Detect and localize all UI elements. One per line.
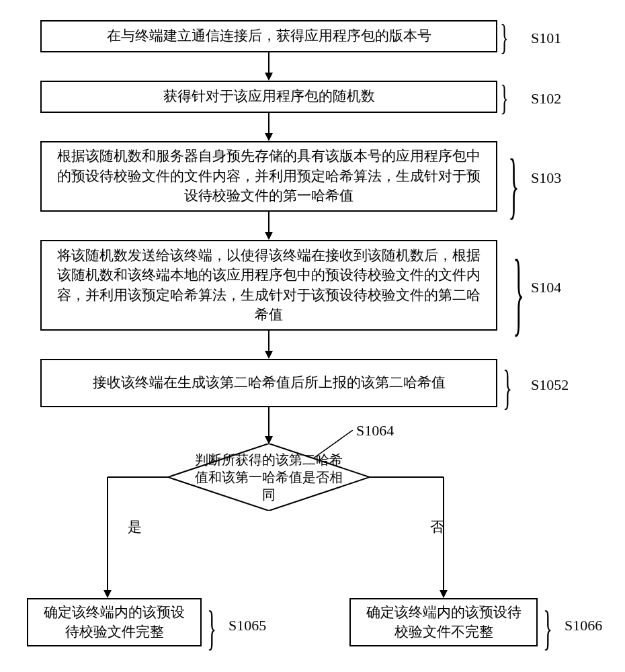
svg-marker-7 bbox=[265, 351, 273, 359]
arrow-s103-s104 bbox=[262, 212, 276, 240]
step-s1052-text: 接收该终端在生成该第二哈希值后所上报的该第二哈希值 bbox=[93, 373, 446, 392]
label-s1066: S1066 bbox=[565, 617, 602, 634]
brace-s103: } bbox=[508, 148, 519, 222]
brace-s101: } bbox=[500, 20, 508, 55]
step-s1065-text: 确定该终端内的该预设待校验文件完整 bbox=[39, 603, 190, 642]
branch-yes-label: 是 bbox=[128, 517, 142, 536]
svg-marker-14 bbox=[103, 590, 112, 598]
brace-s1052: } bbox=[503, 363, 512, 411]
label-s1065: S1065 bbox=[228, 617, 266, 634]
label-s101: S101 bbox=[531, 30, 561, 47]
svg-marker-3 bbox=[265, 133, 273, 141]
arrow-s104-s1052 bbox=[262, 331, 276, 359]
brace-s1066: } bbox=[543, 603, 552, 652]
label-s1064: S1064 bbox=[356, 422, 394, 439]
svg-marker-17 bbox=[440, 590, 448, 598]
flowchart-canvas: 在与终端建立通信连接后，获得应用程序包的版本号 } S101 获得针对于该应用程… bbox=[13, 13, 612, 659]
step-s1052: 接收该终端在生成该第二哈希值后所上报的该第二哈希值 bbox=[40, 359, 497, 407]
step-s103: 根据该随机数和服务器自身预先存储的具有该版本号的应用程序包中的预设待校验文件的文… bbox=[40, 141, 497, 212]
step-s101-text: 在与终端建立通信连接后，获得应用程序包的版本号 bbox=[107, 26, 431, 46]
branch-no-label: 否 bbox=[430, 517, 444, 536]
step-s102-text: 获得针对于该应用程序包的随机数 bbox=[163, 87, 375, 106]
decision-s1064: 判断所获得的该第二哈希值和该第一哈希值是否相同 bbox=[168, 444, 370, 511]
label-s102: S102 bbox=[531, 90, 561, 108]
brace-s1065: } bbox=[207, 603, 216, 652]
label-s104: S104 bbox=[531, 279, 561, 296]
brace-s104: } bbox=[513, 245, 524, 339]
brace-s102: } bbox=[500, 81, 508, 116]
arrow-s102-s103 bbox=[262, 113, 276, 141]
label-s103: S103 bbox=[531, 169, 561, 187]
step-s104: 将该随机数发送给该终端，以使得该终端在接收到该随机数后，根据该随机数和该终端本地… bbox=[40, 240, 497, 331]
arrow-s101-s102 bbox=[262, 52, 276, 81]
step-s101: 在与终端建立通信连接后，获得应用程序包的版本号 bbox=[40, 20, 497, 52]
svg-marker-1 bbox=[265, 73, 273, 81]
step-s1066: 确定该终端内的该预设待校验文件不完整 bbox=[349, 598, 538, 646]
step-s102: 获得针对于该应用程序包的随机数 bbox=[40, 81, 497, 113]
step-s1066-text: 确定该终端内的该预设待校验文件不完整 bbox=[362, 603, 526, 642]
decision-s1064-text: 判断所获得的该第二哈希值和该第一哈希值是否相同 bbox=[195, 451, 343, 503]
step-s103-text: 根据该随机数和服务器自身预先存储的具有该版本号的应用程序包中的预设待校验文件的文… bbox=[52, 146, 485, 206]
label-s1052: S1052 bbox=[531, 376, 569, 394]
svg-marker-5 bbox=[265, 232, 273, 240]
arrow-s1052-s1064 bbox=[262, 407, 276, 444]
step-s1065: 确定该终端内的该预设待校验文件完整 bbox=[27, 598, 202, 646]
step-s104-text: 将该随机数发送给该终端，以使得该终端在接收到该随机数后，根据该随机数和该终端本地… bbox=[52, 246, 485, 325]
